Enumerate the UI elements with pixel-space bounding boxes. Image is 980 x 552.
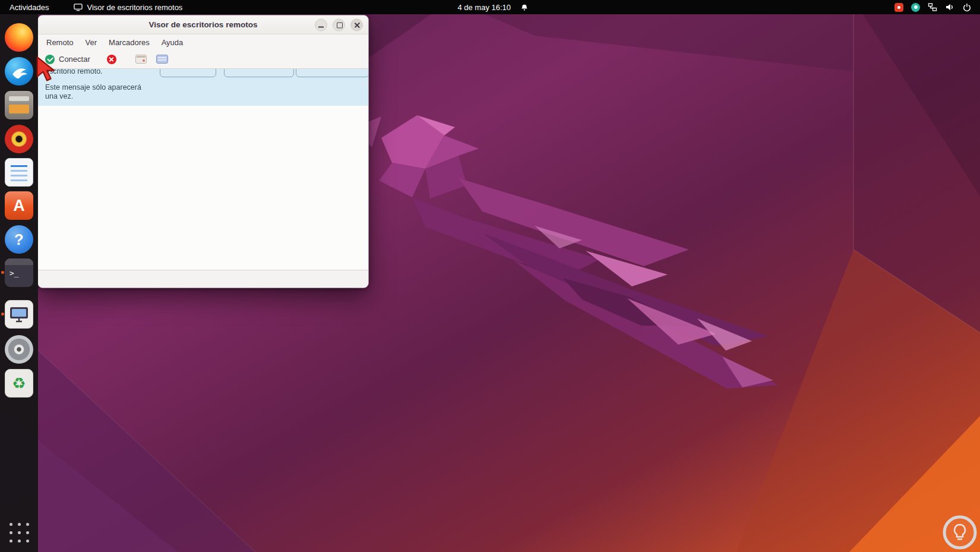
power-icon[interactable] bbox=[962, 2, 972, 12]
focused-app-label: Visor de escritorios remotos bbox=[87, 3, 182, 12]
system-tray bbox=[894, 0, 980, 14]
fullscreen-button[interactable] bbox=[135, 55, 147, 64]
window-maximize-button[interactable] bbox=[333, 18, 345, 31]
infobar-message-line2: una vez. bbox=[45, 92, 73, 100]
dock-item-recycler[interactable] bbox=[5, 369, 33, 398]
annotation-arrow-cursor bbox=[34, 56, 58, 84]
focused-app-indicator[interactable]: Visor de escritorios remotos bbox=[74, 0, 182, 14]
clock-label: 4 de may 16:10 bbox=[457, 3, 511, 12]
dock-item-thunderbird[interactable] bbox=[5, 57, 33, 86]
remote-desktop-app-icon bbox=[74, 3, 83, 12]
clock[interactable]: 4 de may 16:10 bbox=[457, 3, 528, 12]
volume-icon[interactable] bbox=[945, 2, 954, 12]
dock-item-terminal[interactable] bbox=[5, 258, 33, 287]
files-icon bbox=[5, 91, 33, 119]
disconnect-button[interactable] bbox=[107, 55, 116, 64]
menu-ver[interactable]: Ver bbox=[80, 34, 103, 50]
window-title: Visor de escritorios remotos bbox=[149, 20, 258, 29]
dock-item-disks[interactable] bbox=[5, 335, 33, 364]
libreoffice-writer-icon bbox=[5, 158, 33, 187]
dock-item-libreoffice-writer[interactable] bbox=[5, 158, 33, 187]
dock-item-ubuntu-software[interactable] bbox=[5, 191, 33, 220]
status-bar bbox=[38, 270, 368, 288]
app-window: Visor de escritorios remotos Remoto Ver … bbox=[37, 15, 369, 288]
dock-item-rhythmbox[interactable] bbox=[5, 125, 33, 153]
rhythmbox-icon bbox=[5, 125, 33, 153]
thunderbird-icon bbox=[5, 57, 33, 86]
dock-item-files[interactable] bbox=[5, 91, 33, 119]
screenshot-button[interactable] bbox=[156, 55, 168, 64]
disks-icon bbox=[5, 335, 33, 364]
help-icon bbox=[5, 225, 33, 254]
tray-icon-teal-app[interactable] bbox=[911, 3, 920, 12]
menu-marcadores[interactable]: Marcadores bbox=[103, 34, 156, 50]
connect-button-label: Conectar bbox=[59, 55, 90, 64]
dock bbox=[0, 14, 38, 552]
running-indicator bbox=[1, 313, 4, 316]
tray-icon-red-app[interactable] bbox=[894, 3, 903, 12]
terminal-icon bbox=[5, 258, 33, 287]
remote-desktop-viewer-icon bbox=[5, 300, 33, 329]
watermark-bulb-logo bbox=[941, 513, 979, 552]
recycler-icon bbox=[5, 369, 33, 398]
notifications-bell-icon bbox=[520, 4, 528, 11]
dock-item-firefox[interactable] bbox=[5, 23, 33, 52]
ubuntu-software-icon bbox=[5, 191, 33, 220]
info-message-bar: escritorio remoto. Este mensaje sólo apa… bbox=[38, 69, 368, 106]
window-controls bbox=[315, 18, 363, 31]
infobar-button-1[interactable] bbox=[160, 69, 216, 77]
show-applications-button[interactable] bbox=[8, 522, 30, 543]
activities-button[interactable]: Actividades bbox=[0, 0, 58, 14]
firefox-icon bbox=[5, 23, 33, 52]
window-close-button[interactable] bbox=[350, 18, 363, 31]
dock-item-help[interactable] bbox=[5, 225, 33, 254]
menu-remoto[interactable]: Remoto bbox=[40, 34, 80, 50]
toolbar: Conectar bbox=[38, 50, 368, 69]
network-icon[interactable] bbox=[928, 2, 937, 12]
menu-bar: Remoto Ver Marcadores Ayuda bbox=[38, 34, 368, 50]
infobar-button-3[interactable] bbox=[296, 69, 368, 77]
running-indicator bbox=[1, 271, 4, 274]
window-minimize-button[interactable] bbox=[315, 18, 327, 31]
remote-view-area bbox=[38, 106, 368, 270]
infobar-message-line1: Este mensaje sólo aparecerá bbox=[45, 83, 141, 92]
dock-item-remote-desktop-viewer[interactable] bbox=[5, 300, 33, 329]
top-bar: Actividades Visor de escritorios remotos… bbox=[0, 0, 980, 14]
menu-ayuda[interactable]: Ayuda bbox=[156, 34, 189, 50]
titlebar[interactable]: Visor de escritorios remotos bbox=[38, 15, 368, 34]
infobar-button-2[interactable] bbox=[224, 69, 294, 77]
